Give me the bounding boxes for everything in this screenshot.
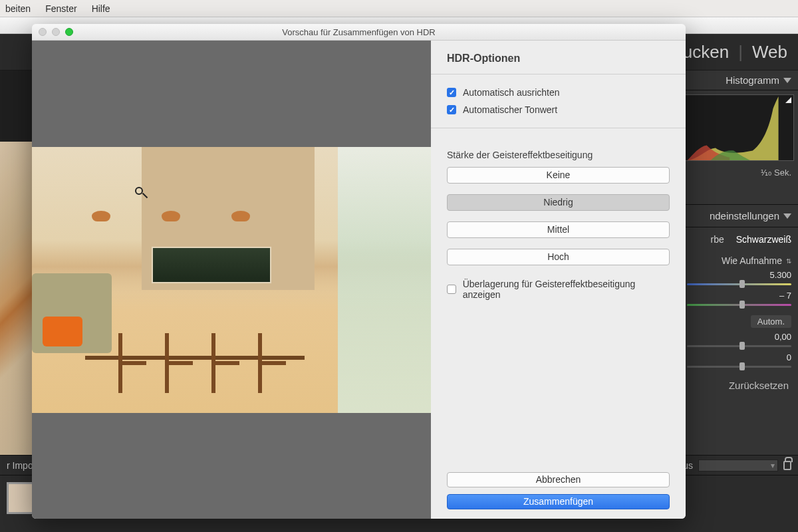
- updown-icon[interactable]: ⇅: [786, 257, 791, 265]
- auto-tone-label: Automatischer Tonwert: [463, 104, 557, 115]
- deghost-overlay-label: Überlagerung für Geistereffektbeseitigun…: [463, 279, 670, 300]
- histogram[interactable]: [684, 94, 794, 161]
- menu-item-edit[interactable]: beiten: [5, 3, 31, 14]
- tint-slider[interactable]: [687, 304, 791, 306]
- hdr-preview-image[interactable]: [32, 147, 431, 413]
- contrast-value: 0: [787, 352, 791, 362]
- tint-value: – 7: [779, 291, 791, 301]
- deghost-high-button[interactable]: Hoch: [447, 249, 670, 265]
- deghost-medium-button[interactable]: Mittel: [447, 221, 670, 238]
- treatment-bw-tab[interactable]: Schwarzweiß: [736, 234, 791, 245]
- checkbox-unchecked-icon: [447, 285, 456, 294]
- hdr-merge-dialog: Vorschau für Zusammenfügen von HDR HDR-O…: [32, 24, 686, 519]
- system-menubar: beiten Fenster Hilfe: [0, 0, 798, 17]
- meta-shutter: ¹⁄₁₀ Sek.: [761, 168, 791, 178]
- deghost-overlay-checkbox[interactable]: Überlagerung für Geistereffektbeseitigun…: [447, 279, 670, 300]
- dialog-title: Vorschau für Zusammenfügen von HDR: [32, 27, 686, 37]
- wb-dropdown[interactable]: Wie Aufnahme: [722, 255, 782, 266]
- hdr-options-heading: HDR-Optionen: [447, 53, 670, 65]
- histogram-label: Histogramm: [726, 74, 779, 86]
- temp-slider[interactable]: [687, 283, 791, 285]
- lock-icon[interactable]: [783, 461, 791, 470]
- basic-panel-label: ndeinstellungen: [710, 210, 779, 221]
- hdr-preview-pane: [32, 41, 431, 519]
- auto-align-label: Automatisch ausrichten: [463, 87, 560, 98]
- zoom-cursor-icon: [135, 187, 147, 199]
- filter-label-left: r Impo: [7, 460, 33, 471]
- module-divider: |: [738, 42, 743, 63]
- exposure-value: 0,00: [775, 332, 791, 342]
- dialog-titlebar[interactable]: Vorschau für Zusammenfügen von HDR: [32, 24, 686, 41]
- cancel-button[interactable]: Abbrechen: [447, 472, 670, 487]
- menu-item-window[interactable]: Fenster: [45, 3, 76, 14]
- deghost-section-label: Stärke der Geistereffektbeseitigung: [447, 150, 670, 160]
- deghost-none-button[interactable]: Keine: [447, 167, 670, 184]
- checkbox-checked-icon: [447, 88, 456, 97]
- module-web[interactable]: Web: [752, 42, 787, 63]
- auto-align-checkbox[interactable]: Automatisch ausrichten: [447, 87, 670, 98]
- menu-item-help[interactable]: Hilfe: [92, 3, 110, 14]
- auto-tone-checkbox[interactable]: Automatischer Tonwert: [447, 104, 670, 115]
- checkbox-checked-icon: [447, 105, 456, 114]
- hdr-options-pane: HDR-Optionen Automatisch ausrichten Auto…: [431, 41, 686, 519]
- reset-button[interactable]: Zurücksetzen: [729, 380, 789, 391]
- auto-tone-button[interactable]: Autom.: [751, 315, 791, 328]
- merge-button[interactable]: Zusammenfügen: [447, 494, 670, 509]
- exposure-slider[interactable]: [687, 345, 791, 347]
- chevron-down-icon[interactable]: [783, 78, 791, 83]
- contrast-slider[interactable]: [687, 366, 791, 368]
- chevron-down-icon[interactable]: [783, 213, 791, 219]
- treatment-color-tab[interactable]: rbe: [711, 234, 724, 245]
- temp-value: 5.300: [769, 270, 791, 280]
- filter-dropdown[interactable]: ▾: [698, 460, 778, 471]
- deghost-low-button[interactable]: Niedrig: [447, 194, 670, 211]
